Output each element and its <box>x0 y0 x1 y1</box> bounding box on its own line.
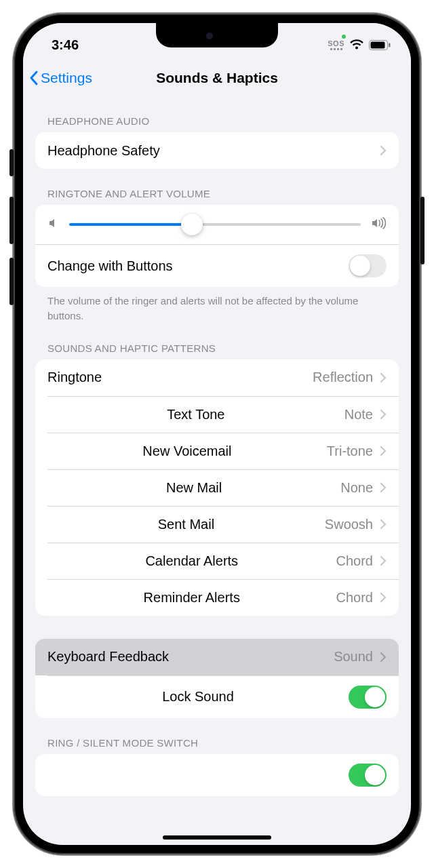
lock-sound-label: Lock Sound <box>162 689 234 705</box>
headphone-safety-label: Headphone Safety <box>47 143 160 159</box>
speaker-high-icon <box>370 217 387 232</box>
pattern-label: Sent Mail <box>158 517 214 532</box>
ring-silent-toggle[interactable] <box>349 764 387 787</box>
section-header-patterns: SOUNDS AND HAPTIC PATTERNS <box>47 342 387 354</box>
pattern-row[interactable]: New MailNone <box>47 469 399 506</box>
speaker-low-icon <box>47 217 60 232</box>
chevron-right-icon <box>380 482 387 493</box>
slider-thumb[interactable] <box>181 214 203 235</box>
chevron-right-icon <box>380 592 387 603</box>
chevron-right-icon <box>380 446 387 456</box>
pattern-row[interactable]: RingtoneReflection <box>35 359 399 396</box>
pattern-value: Reflection <box>313 370 373 385</box>
ring-silent-row[interactable] <box>35 754 399 796</box>
lock-sound-toggle[interactable] <box>349 686 387 709</box>
back-label: Settings <box>41 70 92 86</box>
lock-sound-row[interactable]: Lock Sound <box>47 675 399 718</box>
keyboard-feedback-value: Sound <box>334 649 373 665</box>
volume-slider-row <box>35 205 399 244</box>
pattern-row[interactable]: Text ToneNote <box>47 396 399 433</box>
pattern-label: New Voicemail <box>142 443 231 459</box>
ringer-footer: The volume of the ringer and alerts will… <box>47 294 387 323</box>
home-indicator[interactable] <box>163 835 271 840</box>
nav-bar: Settings Sounds & Haptics <box>23 60 411 96</box>
section-header-ring-silent: RING / SILENT MODE SWITCH <box>47 737 387 749</box>
status-time: 3:46 <box>52 37 79 53</box>
pattern-label: Text Tone <box>167 407 224 422</box>
keyboard-feedback-row[interactable]: Keyboard Feedback Sound <box>35 639 399 675</box>
chevron-right-icon <box>380 652 387 663</box>
pattern-label: New Mail <box>166 480 222 496</box>
change-with-buttons-row[interactable]: Change with Buttons <box>35 244 399 287</box>
pattern-row[interactable]: Sent MailSwoosh <box>47 506 399 542</box>
pattern-value: Note <box>344 407 373 422</box>
status-sos: SOS <box>328 40 344 50</box>
chevron-right-icon <box>380 555 387 566</box>
pattern-row[interactable]: New VoicemailTri-tone <box>47 433 399 469</box>
back-button[interactable]: Settings <box>28 70 92 86</box>
pattern-label: Calendar Alerts <box>145 553 238 569</box>
change-with-buttons-toggle[interactable] <box>349 254 387 277</box>
pattern-label: Reminder Alerts <box>144 590 240 606</box>
section-header-headphone: HEADPHONE AUDIO <box>47 115 387 127</box>
pattern-value: Tri-tone <box>327 443 373 459</box>
slider-fill <box>69 223 192 226</box>
svg-rect-2 <box>389 43 391 47</box>
chevron-right-icon <box>380 519 387 530</box>
chevron-left-icon <box>28 70 39 86</box>
pattern-row[interactable]: Reminder AlertsChord <box>47 579 399 616</box>
keyboard-feedback-label: Keyboard Feedback <box>47 649 169 665</box>
chevron-right-icon <box>380 409 387 420</box>
pattern-row[interactable]: Calendar AlertsChord <box>47 542 399 579</box>
volume-slider[interactable] <box>69 223 361 226</box>
pattern-label: Ringtone <box>47 370 102 385</box>
pattern-value: Chord <box>336 590 373 606</box>
battery-icon <box>369 40 391 50</box>
pattern-value: Chord <box>336 553 373 569</box>
wifi-icon <box>349 39 364 50</box>
chevron-right-icon <box>380 145 387 156</box>
headphone-safety-row[interactable]: Headphone Safety <box>35 132 399 169</box>
page-title: Sounds & Haptics <box>156 70 278 86</box>
pattern-value: None <box>340 480 373 496</box>
section-header-ringer: RINGTONE AND ALERT VOLUME <box>47 188 387 199</box>
chevron-right-icon <box>380 372 387 383</box>
pattern-value: Swoosh <box>325 517 373 532</box>
change-with-buttons-label: Change with Buttons <box>47 258 173 274</box>
svg-rect-1 <box>371 41 385 48</box>
